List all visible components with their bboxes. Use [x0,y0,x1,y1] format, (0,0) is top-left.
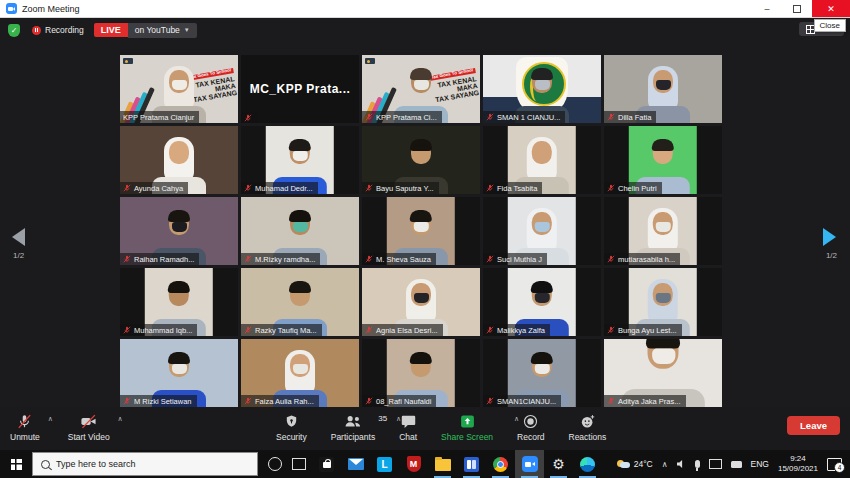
participant-name: mutiarasabila h... [618,255,675,264]
participant-tile[interactable]: MC_KPP Prata... [241,55,359,123]
participant-tile[interactable]: SMAN 1 CIANJU... [483,55,601,123]
muted-mic-icon [365,113,373,121]
taskbar-app-chrome[interactable] [486,450,515,478]
video-chevron-icon[interactable]: ∧ [118,415,123,423]
language-indicator[interactable]: ENG [751,459,769,469]
taskbar-app-settings[interactable]: ⚙ [544,450,573,478]
mail-icon [348,458,364,470]
participant-name: Chelin Putri [618,184,657,193]
participant-tile[interactable]: Dilla Fatia [604,55,722,123]
participant-tile[interactable]: Aditya Jaka Pras... [604,339,722,407]
participant-name-bar: Ayunda Cahya [120,182,188,194]
participant-tile[interactable]: Tax Goes To SchoolTAX KENALMAKATAX SAYAN… [362,55,480,123]
next-page-arrow[interactable] [823,228,836,246]
security-button[interactable]: Security [276,407,307,450]
face-mask [414,80,429,90]
tray-expand-icon[interactable]: ∧ [662,460,668,469]
tray-camera-icon[interactable] [731,461,742,468]
tray-date: 15/09/2021 [778,464,818,473]
participant-tile[interactable]: Suci Muthia J [483,197,601,265]
participant-tile[interactable]: Bayu Saputra Y... [362,126,480,194]
taskbar-app-mail[interactable] [341,450,370,478]
taskbar-app-edge[interactable] [573,450,602,478]
participant-tile[interactable]: Malikkya Zalfa [483,268,601,336]
line-app-icon: L [377,457,392,472]
record-icon [522,413,539,430]
participants-button[interactable]: Participants 35 ∧ [331,407,375,450]
display-icon[interactable] [709,459,722,469]
muted-mic-icon [486,113,494,121]
notification-center-icon[interactable]: 4 [827,458,842,471]
participant-name: Malikkya Zalfa [497,326,545,335]
participants-label: Participants [331,432,375,442]
participant-tile[interactable]: 08_Rafi Naufaldi [362,339,480,407]
participant-tile[interactable]: Faiza Aulia Rah... [241,339,359,407]
unmute-button[interactable]: Unmute ∧ [10,407,40,450]
taskbar-search-input[interactable]: Type here to search [32,452,258,476]
participant-name-bar: Malikkya Zalfa [483,324,550,336]
chat-button[interactable]: Chat [399,407,417,450]
muted-mic-icon [486,184,494,192]
windows-taskbar: Type here to search L M ⚙ 24°C ∧ ENG 9:2… [0,450,850,478]
participant-tile[interactable]: M. Sheva Sauza [362,197,480,265]
participant-name: Fida Tsabita [497,184,537,193]
participant-tile[interactable]: mutiarasabila h... [604,197,722,265]
tray-microphone-icon[interactable] [695,460,700,468]
task-view-icon[interactable] [292,458,306,470]
share-screen-button[interactable]: Share Screen ∧ [441,407,493,450]
muted-mic-icon [607,397,615,405]
face-mask [172,222,187,232]
participant-tile[interactable]: Bunga Ayu Lest... [604,268,722,336]
taskbar-app-mcafee[interactable]: M [399,450,428,478]
previous-page-arrow[interactable] [12,228,25,246]
participant-name-bar: Suci Muthia J [483,253,547,265]
muted-mic-icon [123,255,131,263]
participant-tile[interactable]: M Rizki Setiawan [120,339,238,407]
taskbar-app-explorer[interactable] [428,450,457,478]
muted-mic-icon [607,184,615,192]
face-mask [651,349,674,365]
taskbar-app-store[interactable] [312,450,341,478]
participant-tile[interactable]: M.Rizky ramdha... [241,197,359,265]
weather-widget[interactable]: 24°C [617,459,653,469]
participant-tile[interactable]: Raihan Ramadh... [120,197,238,265]
minimize-button[interactable]: – [752,0,782,17]
close-button[interactable]: ✕ [812,0,850,17]
participant-tile[interactable]: Chelin Putri [604,126,722,194]
participant-tile[interactable]: Razky Taufiq Ma... [241,268,359,336]
recording-indicator-icon[interactable] [32,26,41,35]
start-button[interactable] [0,450,32,478]
participant-tile[interactable]: Muhamad Dedr... [241,126,359,194]
participant-tile[interactable]: Muhammad Iqb... [120,268,238,336]
live-platform-dropdown[interactable]: on YouTube ▼ [128,23,197,38]
cortana-icon[interactable] [268,457,282,471]
clock[interactable]: 9:24 15/09/2021 [778,454,818,473]
leave-button[interactable]: Leave [787,416,840,435]
participant-tile[interactable]: Ayunda Cahya [120,126,238,194]
face [532,141,552,164]
participant-tile[interactable]: Fida Tsabita [483,126,601,194]
muted-mic-icon [486,397,494,405]
encryption-shield-icon[interactable]: ✓ [8,24,20,37]
participant-name-bar: Chelin Putri [604,182,662,194]
participant-name-bar: KPP Pratama Ci... [362,111,442,123]
record-button[interactable]: Record [517,407,544,450]
face-mask [414,222,429,232]
participant-name: Muhamad Dedr... [255,184,313,193]
maximize-button[interactable] [782,0,812,17]
taskbar-app-zoom[interactable] [515,450,544,478]
participant-tile[interactable]: Tax Goes To SchoolTAX KENALMAKATAX SAYAN… [120,55,238,123]
taskbar-app-line[interactable]: L [370,450,399,478]
reactions-button[interactable]: Reactions [569,407,607,450]
participant-name-bar: SMAN 1 CIANJU... [483,111,565,123]
unmute-chevron-icon[interactable]: ∧ [48,415,53,423]
participant-name: M.Rizky ramdha... [255,255,315,264]
participant-name-bar: mutiarasabila h... [604,253,680,265]
taskbar-app-office[interactable] [457,450,486,478]
face [169,141,189,164]
start-video-button[interactable]: Start Video ∧ [68,407,110,450]
volume-icon[interactable] [677,460,686,468]
muted-mic-icon [244,255,252,263]
participant-tile[interactable]: Agnia Elsa Desri... [362,268,480,336]
participant-tile[interactable]: SMAN1CIANJU... [483,339,601,407]
